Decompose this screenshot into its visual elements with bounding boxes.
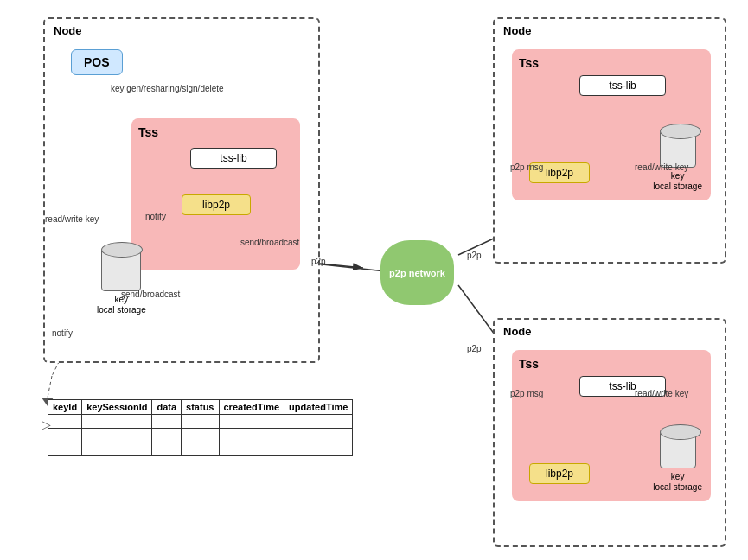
node2-box: Node Tss tss-lib libp2p keylocal storage	[493, 17, 726, 264]
label-read-write-1: read/write key	[45, 214, 99, 224]
table-header-keysessionid: keySessionId	[82, 400, 152, 415]
label-p2p-msg-3: p2p msg	[510, 389, 543, 398]
db-cylinder-1	[101, 248, 141, 291]
tsslib-label-3: tss-lib	[609, 380, 636, 392]
table-header-createdtime: createdTime	[219, 400, 284, 415]
table-row	[48, 429, 353, 442]
libp2p-box-1: libp2p	[182, 194, 251, 215]
libp2p-label-3: libp2p	[546, 468, 573, 480]
label-p2p-msg-2: p2p msg	[510, 162, 543, 172]
db-cylinder-3	[660, 430, 696, 468]
tss-label-3: Tss	[519, 357, 704, 371]
p2p-network-cloud: p2p network	[380, 240, 454, 305]
svg-line-22	[48, 376, 52, 398]
tss-label-2: Tss	[519, 56, 704, 70]
node1-label: Node	[54, 24, 82, 37]
node2-label: Node	[503, 24, 532, 37]
table-header-data: data	[152, 400, 182, 415]
libp2p-box-3: libp2p	[529, 463, 590, 484]
node3-label: Node	[503, 325, 532, 338]
data-table: keyId keySessionId data status createdTi…	[48, 399, 353, 456]
node3-box: Node Tss tss-lib libp2p keylocal storage	[493, 318, 726, 547]
label-send-broadcast-2: send/broadcast	[121, 290, 180, 299]
diagram-container: Node POS Tss tss-lib libp2p keylocal sto…	[0, 0, 748, 560]
tss-box-3: Tss tss-lib libp2p keylocal storage	[512, 350, 711, 501]
tss-box-2: Tss tss-lib libp2p keylocal storage	[512, 49, 711, 200]
pos-box: POS	[71, 49, 123, 75]
table-header-keyid: keyId	[48, 400, 82, 415]
table-row	[48, 442, 353, 456]
label-key-gen: key gen/resharing/sign/delete	[111, 84, 224, 93]
label-read-write-3: read/write key	[635, 389, 688, 398]
table-header-updatedtime: updatedTime	[284, 400, 353, 415]
pos-label: POS	[84, 55, 110, 69]
label-p2p-3: p2p	[467, 344, 482, 353]
db-shape-3: keylocal storage	[653, 430, 702, 493]
libp2p-label-2: libp2p	[546, 167, 573, 179]
table-header-status: status	[182, 400, 219, 415]
label-p2p-2: p2p	[467, 251, 482, 260]
label-notify-2: notify	[52, 328, 73, 338]
table-row	[48, 415, 353, 429]
tsslib-box-2: tss-lib	[579, 75, 666, 96]
tsslib-label-2: tss-lib	[609, 80, 636, 92]
node1-box: Node POS Tss tss-lib libp2p keylocal sto…	[43, 17, 320, 363]
p2p-network-label: p2p network	[389, 268, 445, 278]
label-send-broadcast-1: send/broadcast	[240, 238, 299, 247]
db-label-3: keylocal storage	[653, 472, 702, 493]
tss-label-1: Tss	[138, 125, 293, 139]
db-label-2: keylocal storage	[653, 171, 702, 192]
label-read-write-2: read/write key	[635, 162, 688, 172]
libp2p-label-1: libp2p	[202, 199, 230, 211]
db-shape-1: keylocal storage	[97, 248, 146, 315]
tsslib-label-1: tss-lib	[220, 152, 246, 164]
label-notify-1: notify	[145, 212, 166, 221]
tsslib-box-1: tss-lib	[190, 148, 277, 169]
table-pointer-arrow: ▷	[42, 417, 51, 431]
db-shape-2: keylocal storage	[653, 130, 702, 192]
label-p2p-1: p2p	[311, 257, 326, 266]
